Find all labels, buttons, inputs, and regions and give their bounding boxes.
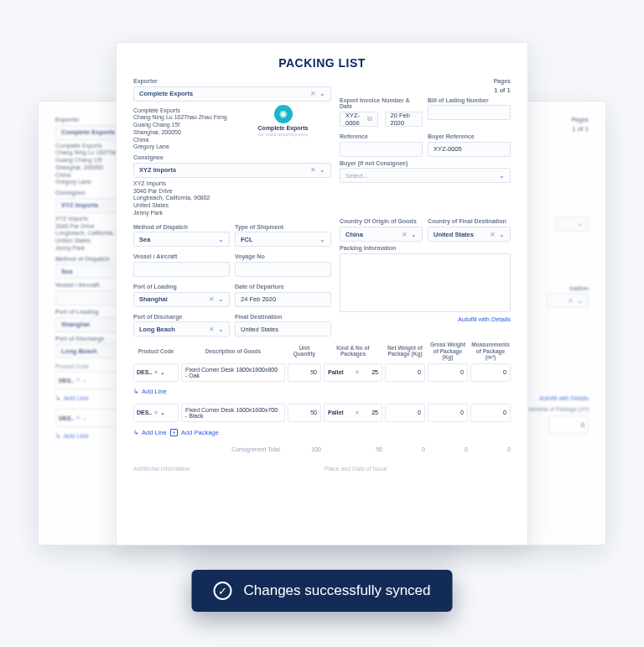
chevron-down-icon: ⌄	[319, 236, 325, 243]
clear-icon[interactable]: ✕	[310, 166, 316, 174]
sync-toast: ✓ Changes successfully synced	[191, 570, 452, 612]
buyer-ref-input[interactable]: XYZ-0005	[428, 142, 511, 157]
exporter-address: Complete Exports Chang Ning Lu 1027hao Z…	[133, 107, 230, 152]
chevron-down-icon: ⌄	[160, 410, 165, 416]
description-cell[interactable]: Fixed Corner Desk 1800x1800x800 - Oak	[181, 363, 285, 382]
chevron-down-icon: ⌄	[499, 231, 505, 238]
voyage-input[interactable]	[235, 262, 331, 277]
chevron-down-icon: ⌄	[411, 231, 417, 238]
net-weight-cell[interactable]: 0	[385, 404, 425, 422]
line-item-row: DES..✕⌄ Fixed Corner Desk 1800x1800x800 …	[133, 363, 511, 382]
invoice-date-input[interactable]: 20 Feb 2020	[385, 112, 423, 127]
add-package-link[interactable]: +Add Package	[170, 429, 219, 436]
chevron-down-icon: ⌄	[319, 166, 325, 174]
clear-icon: ✕	[490, 231, 496, 238]
chevron-down-icon: ⌄	[499, 172, 505, 180]
clear-icon: ✕	[402, 231, 408, 238]
check-icon: ✓	[213, 582, 231, 600]
gross-weight-cell[interactable]: 0	[428, 363, 468, 382]
consignee-label: Consignee	[133, 154, 331, 161]
finaldest-input[interactable]: United States	[235, 321, 331, 337]
origin-select[interactable]: China✕⌄	[340, 227, 423, 242]
pod-select[interactable]: Long Beach✕⌄	[133, 321, 230, 337]
line-item-row: DES..✕⌄ Fixed Corner Desk 1600x1600x700 …	[133, 404, 511, 422]
plus-icon: +	[170, 429, 178, 436]
additional-info-label: Additional Information	[133, 466, 319, 472]
autofill-link[interactable]: Autofill with Details	[340, 316, 511, 323]
add-line-icon: ↳	[133, 429, 139, 436]
clear-icon: ✕	[153, 369, 158, 376]
add-line-link[interactable]: ↳Add Line	[133, 429, 167, 436]
bol-input[interactable]	[428, 105, 511, 120]
invoice-number-input[interactable]: XYZ-0006⧉	[340, 112, 378, 127]
place-issue-label: Place and Date of Issue	[325, 466, 511, 472]
copy-icon[interactable]: ⧉	[367, 115, 372, 123]
clear-icon: ✕	[209, 326, 215, 333]
exporter-label: Exporter	[133, 78, 158, 85]
net-weight-cell[interactable]: 0	[385, 363, 425, 382]
packing-list-document: PACKING LIST Exporter Complete Exports ✕…	[116, 42, 528, 545]
measurement-cell[interactable]: 0	[470, 404, 511, 422]
measurement-cell[interactable]: 0	[470, 363, 511, 382]
toast-message: Changes successfully synced	[243, 582, 430, 599]
pages-indicator: Pages 1 of 1	[340, 78, 511, 94]
product-code-select[interactable]: DES..✕⌄	[133, 363, 179, 382]
buyer-select[interactable]: Select...⌄	[340, 168, 511, 183]
exporter-select[interactable]: Complete Exports ✕⌄	[133, 86, 331, 102]
add-line-icon: ↳	[133, 388, 139, 395]
chevron-down-icon: ⌄	[218, 326, 224, 333]
page-title: PACKING LIST	[133, 56, 511, 70]
departure-date-input[interactable]: 24 Feb 2020	[235, 292, 331, 307]
chevron-down-icon: ⌄	[218, 295, 224, 303]
chevron-down-icon: ⌄	[319, 90, 325, 97]
exporter-logo: ◉ Complete Exports we make exporting eas…	[235, 105, 331, 152]
packing-info-textarea[interactable]	[340, 253, 511, 312]
pol-select[interactable]: Shanghai✕⌄	[133, 292, 230, 307]
vessel-input[interactable]	[133, 262, 230, 277]
chevron-down-icon: ⌄	[160, 369, 165, 376]
description-cell[interactable]: Fixed Corner Desk 1600x1600x700 - Black	[181, 404, 285, 422]
product-code-select[interactable]: DES..✕⌄	[133, 404, 179, 422]
kind-cell[interactable]: Pallet✕25	[324, 363, 382, 382]
kind-cell[interactable]: Pallet✕25	[324, 404, 382, 422]
method-select[interactable]: Sea⌄	[133, 232, 230, 247]
clear-icon: ✕	[209, 295, 215, 303]
consignee-select[interactable]: XYZ Imports ✕⌄	[133, 163, 331, 178]
qty-cell[interactable]: 50	[288, 404, 321, 422]
clear-icon: ✕	[153, 410, 158, 416]
chevron-down-icon: ⌄	[218, 236, 224, 243]
totals-row: Consignment Total 100 50 0 0 0	[133, 446, 511, 452]
reference-input[interactable]	[340, 142, 423, 157]
consignee-address: XYZ Imports 3040 Par Drive Longbeach, Ca…	[133, 180, 331, 217]
shiptype-select[interactable]: FCL⌄	[235, 232, 331, 247]
add-line-link[interactable]: ↳Add Line	[133, 388, 167, 395]
clear-icon[interactable]: ✕	[310, 90, 316, 97]
gross-weight-cell[interactable]: 0	[428, 404, 468, 422]
qty-cell[interactable]: 50	[288, 363, 321, 382]
logo-icon: ◉	[274, 105, 293, 123]
destination-select[interactable]: United States✕⌄	[428, 227, 511, 242]
line-items-header: Product Code Description of Goods Unit Q…	[133, 342, 511, 359]
add-line-link[interactable]: ↳Add Line	[55, 394, 89, 402]
